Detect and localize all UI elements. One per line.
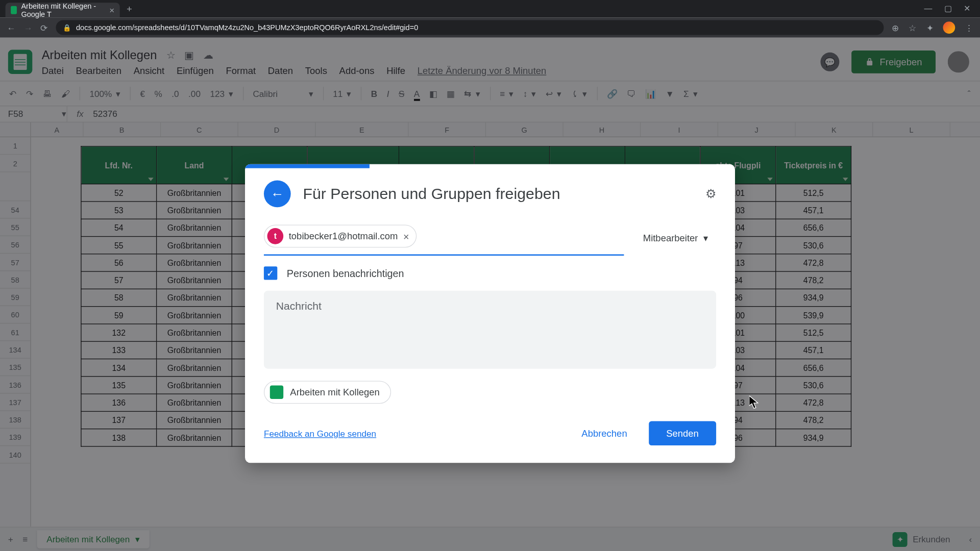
sheets-file-icon <box>270 386 283 399</box>
dialog-title: Für Personen und Gruppen freigeben <box>303 185 560 203</box>
browser-menu-icon[interactable]: ⋮ <box>965 22 973 33</box>
message-textarea[interactable]: Nachricht <box>264 291 716 369</box>
url-input[interactable]: 🔒 docs.google.com/spreadsheets/d/10TVamq… <box>56 20 884 35</box>
profile-avatar-icon[interactable] <box>943 21 955 34</box>
nav-reload-icon[interactable]: ⟳ <box>40 22 48 33</box>
gear-icon[interactable]: ⚙ <box>705 186 716 201</box>
notify-checkbox[interactable]: ✓ <box>264 266 277 280</box>
lock-icon: 🔒 <box>63 24 71 32</box>
chip-email: tobibecker1@hotmail.com <box>289 231 398 241</box>
browser-address-bar: ← → ⟳ 🔒 docs.google.com/spreadsheets/d/1… <box>0 17 980 38</box>
url-text: docs.google.com/spreadsheets/d/10TVamqMz… <box>76 23 418 32</box>
tab-close-icon[interactable]: × <box>109 5 114 15</box>
send-button[interactable]: Senden <box>649 421 716 445</box>
nav-back-icon[interactable]: ← <box>7 22 15 33</box>
message-placeholder: Nachricht <box>276 300 322 311</box>
tab-favicon <box>11 6 17 14</box>
browser-tab[interactable]: Arbeiten mit Kollegen - Google T × <box>6 3 120 17</box>
attachment-name: Arbeiten mit Kollegen <box>290 387 379 397</box>
chip-remove-icon[interactable]: × <box>403 231 409 242</box>
chevron-down-icon: ▾ <box>703 233 708 243</box>
notify-label: Personen benachrichtigen <box>287 267 404 279</box>
attachment-chip[interactable]: Arbeiten mit Kollegen <box>264 381 391 404</box>
zoom-icon[interactable]: ⊕ <box>892 22 899 33</box>
people-input[interactable]: t tobibecker1@hotmail.com × <box>264 221 624 256</box>
cancel-button[interactable]: Abbrechen <box>568 421 641 445</box>
window-close-icon[interactable]: ✕ <box>964 4 970 13</box>
share-dialog: ← Für Personen und Gruppen freigeben ⚙ t… <box>245 164 735 463</box>
feedback-link[interactable]: Feedback an Google senden <box>264 428 376 438</box>
new-tab-button[interactable]: + <box>127 4 132 14</box>
person-chip[interactable]: t tobibecker1@hotmail.com × <box>264 224 416 247</box>
bookmark-icon[interactable]: ☆ <box>909 22 917 33</box>
nav-forward-icon[interactable]: → <box>23 22 32 33</box>
back-button[interactable]: ← <box>264 180 291 207</box>
mouse-cursor-icon <box>749 395 758 409</box>
chip-avatar: t <box>267 228 284 244</box>
role-select[interactable]: Mitbearbeiter ▾ <box>635 228 716 249</box>
window-minimize-icon[interactable]: — <box>924 4 933 13</box>
tab-title: Arbeiten mit Kollegen - Google T <box>21 2 105 18</box>
window-maximize-icon[interactable]: ▢ <box>944 4 952 13</box>
browser-titlebar: Arbeiten mit Kollegen - Google T × + — ▢… <box>0 0 980 17</box>
extensions-icon[interactable]: ✦ <box>926 22 934 33</box>
dialog-progress-bar <box>245 164 370 168</box>
